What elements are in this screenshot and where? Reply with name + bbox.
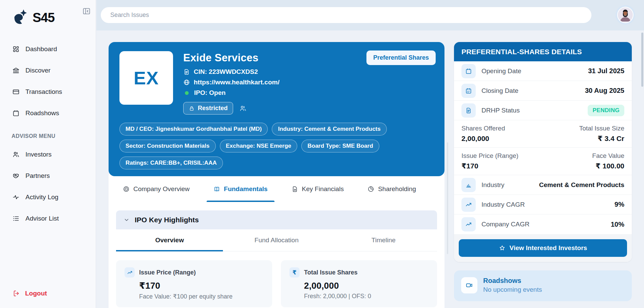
ipo-key-highlights-header[interactable]: IPO Key Highlights — [116, 210, 437, 229]
lock-icon — [189, 105, 195, 111]
stat-subtext: Fresh: 2,00,000 | OFS: 0 — [304, 293, 429, 300]
pie-chart-icon — [367, 186, 374, 192]
calendar-dates-icon — [461, 84, 476, 98]
company-detail-panel: Company Overview Fundamentals Key Financ… — [109, 170, 444, 308]
chip-sector: Sector: Construction Materials — [119, 140, 216, 152]
share-type-badge: Preferential Shares — [366, 50, 436, 65]
file-text-icon — [461, 103, 476, 118]
tab-label: Fundamentals — [224, 185, 268, 193]
sidebar-item-transactions[interactable]: Transactions — [12, 88, 96, 96]
trend-up-icon — [125, 267, 135, 278]
sidebar-item-advisor-list[interactable]: Advisor List — [12, 215, 96, 222]
detail-pair-row-price: Issue Price (Range) ₹170 Face Value ₹ 10… — [454, 148, 632, 175]
detail-row-industry-cagr: Industry CAGR 9% — [454, 195, 632, 214]
highlights-subtabs: Overview Fund Allocation Timeline — [116, 229, 437, 251]
company-website[interactable]: https://www.healthkart.com/ — [194, 79, 280, 86]
roadshows-card[interactable]: Roadshows No upcoming events — [454, 270, 632, 301]
company-logo: EX — [119, 51, 173, 105]
stat-card-issue-price: Issue Price (Range) ₹170 Face Value: ₹10… — [116, 260, 272, 307]
brand-logo-icon — [12, 9, 29, 26]
topbar — [96, 0, 644, 30]
stat-card-total-shares: ₹ Total Issue Shares 2,00,000 Fresh: 2,0… — [281, 260, 437, 307]
sidebar-item-label: Roadshows — [25, 109, 59, 117]
view-interested-investors-button[interactable]: View Interested Investors — [459, 239, 627, 257]
stat-value: ₹170 — [139, 281, 264, 291]
dashboard-grid-icon — [12, 45, 20, 53]
tab-label: Key Financials — [302, 185, 344, 193]
restricted-label: Restricted — [198, 105, 228, 112]
detail-label: Industry CAGR — [481, 201, 614, 208]
detail-row-closing-date: Closing Date 30 Aug 2025 — [454, 81, 632, 101]
users-mini-icon[interactable] — [239, 105, 247, 112]
stat-label: Issue Price (Range) — [139, 269, 196, 276]
sidebar-item-roadshows[interactable]: Roadshows — [12, 109, 96, 117]
globe-icon — [183, 79, 190, 86]
company-cin: CIN: 223WWDCXDS2 — [194, 68, 258, 76]
calendar-icon — [461, 64, 476, 78]
section-title: IPO Key Highlights — [135, 216, 199, 224]
highlight-stats: Issue Price (Range) ₹170 Face Value: ₹10… — [116, 251, 437, 308]
preferential-shares-details-card: PREFERENTIAL-SHARES DETAILS Opening Date… — [454, 42, 632, 262]
sidebar-item-discover[interactable]: Discover — [12, 67, 96, 74]
stat-subtext: Face Value: ₹100 per equity share — [139, 293, 264, 300]
company-info: Exide Services CIN: 223WWDCXDS2 https://… — [183, 51, 280, 115]
subtab-timeline[interactable]: Timeline — [330, 229, 437, 251]
subtab-fund-allocation[interactable]: Fund Allocation — [223, 229, 330, 251]
advisor-nav: Investors Partners Activity Log Advisor … — [0, 151, 96, 222]
detail-label: Closing Date — [481, 87, 585, 95]
tab-company-overview[interactable]: Company Overview — [116, 176, 196, 202]
detail-row-opening-date: Opening Date 31 Jul 2025 — [454, 61, 632, 81]
calendar-icon — [12, 109, 20, 117]
roadshows-title: Roadshows — [483, 277, 542, 285]
page-scrollbar-thumb[interactable] — [641, 33, 643, 87]
pair-value: ₹ 3.4 Cr — [598, 135, 624, 143]
handshake-icon — [12, 172, 20, 180]
pair-value: ₹170 — [461, 162, 518, 170]
company-website-row: https://www.healthkart.com/ — [183, 79, 280, 86]
detail-row-company-cagr: Company CAGR 10% — [454, 214, 632, 234]
chevron-down-icon — [124, 217, 130, 223]
detail-value: 30 Aug 2025 — [585, 87, 624, 95]
rupee-icon: ₹ — [289, 267, 300, 278]
users-icon — [12, 151, 20, 158]
activity-icon — [12, 193, 20, 201]
star-icon — [499, 245, 506, 251]
sidebar-item-label: Investors — [25, 151, 52, 158]
cta-label: View Interested Investors — [510, 244, 587, 252]
tab-shareholding[interactable]: Shareholding — [361, 176, 423, 202]
search-input[interactable] — [101, 7, 591, 23]
detail-row-industry: Industry Cement & Cement Products — [454, 175, 632, 195]
ipo-status-row: IPO: Open — [183, 89, 280, 97]
ipo-status: IPO: Open — [194, 89, 226, 97]
sidebar-item-label: Transactions — [25, 88, 62, 96]
pair-label: Total Issue Size — [579, 125, 624, 132]
company-cin-row: CIN: 223WWDCXDS2 — [183, 68, 280, 76]
credit-card-icon — [12, 88, 20, 96]
sidebar-item-label: Partners — [25, 172, 50, 180]
restricted-row: Restricted — [183, 102, 280, 115]
avatar-image — [617, 7, 633, 23]
roadshows-text: Roadshows No upcoming events — [483, 277, 542, 293]
sidebar-item-investors[interactable]: Investors — [12, 151, 96, 158]
inner-scrollbar-thumb[interactable] — [447, 142, 448, 254]
detail-value: 9% — [614, 201, 624, 208]
collapse-sidebar-icon[interactable] — [82, 7, 91, 16]
sidebar-item-dashboard[interactable]: Dashboard — [12, 45, 96, 53]
bank-icon — [12, 67, 20, 74]
sidebar-item-label: Activity Log — [25, 193, 58, 201]
details-panel-title: PREFERENTIAL-SHARES DETAILS — [454, 42, 632, 61]
company-header-card: Preferential Shares EX Exide Services CI… — [109, 42, 444, 176]
tab-key-financials[interactable]: Key Financials — [285, 176, 351, 202]
sidebar-item-partners[interactable]: Partners — [12, 172, 96, 180]
pair-value: ₹ 100.00 — [595, 162, 624, 170]
subtab-overview[interactable]: Overview — [116, 229, 223, 251]
company-chips: MD / CEO: Jigneshkumar Gordhanbhai Patel… — [119, 123, 434, 169]
avatar[interactable] — [615, 5, 635, 25]
sidebar-item-activity-log[interactable]: Activity Log — [12, 193, 96, 201]
detail-label: Company CAGR — [481, 221, 611, 228]
tab-fundamentals[interactable]: Fundamentals — [207, 176, 274, 202]
logout-button[interactable]: Logout — [13, 290, 47, 297]
roadshows-subtitle: No upcoming events — [483, 286, 542, 293]
chip-exchange: Exchange: NSE Emerge — [220, 140, 298, 152]
detail-label: Industry — [481, 181, 539, 189]
